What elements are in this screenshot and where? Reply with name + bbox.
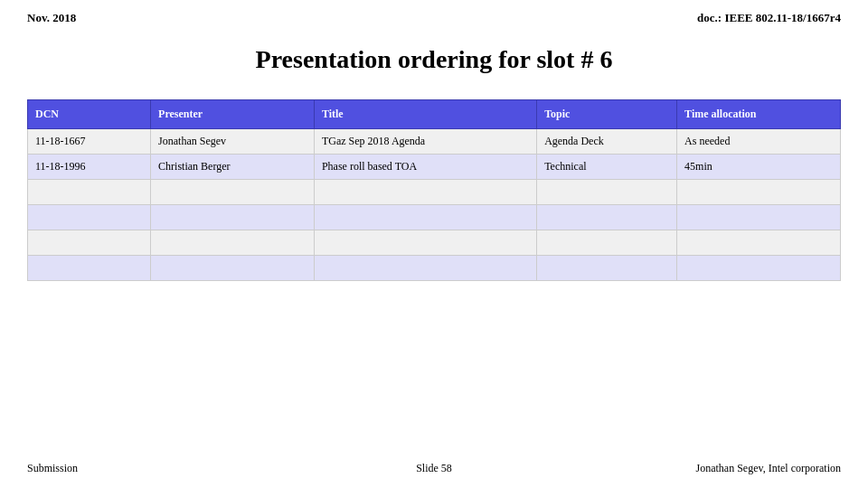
table-cell: Phase roll based TOA <box>314 155 536 180</box>
table-row: 11-18-1996Christian BergerPhase roll bas… <box>28 155 841 180</box>
table-cell <box>677 256 841 281</box>
table-cell <box>314 230 536 256</box>
table-row <box>28 256 841 281</box>
table-cell <box>28 205 151 230</box>
page-title: Presentation ordering for slot # 6 <box>0 45 868 74</box>
table-header-cell: Time allocation <box>677 100 841 129</box>
table-header-cell: Topic <box>537 100 677 129</box>
table-cell <box>28 256 151 281</box>
table-cell: 11-18-1667 <box>28 129 151 155</box>
table-cell <box>151 230 315 256</box>
table-row <box>28 205 841 230</box>
footer-center: Slide 58 <box>416 462 452 475</box>
table-cell <box>537 256 677 281</box>
table-cell <box>28 180 151 205</box>
table-cell <box>151 256 315 281</box>
table-header-cell: Title <box>314 100 536 129</box>
table-row: 11-18-1667Jonathan SegevTGaz Sep 2018 Ag… <box>28 129 841 155</box>
table-cell: Christian Berger <box>151 155 315 180</box>
table-header-cell: DCN <box>28 100 151 129</box>
table-cell <box>314 205 536 230</box>
table-cell <box>537 205 677 230</box>
table-header-cell: Presenter <box>151 100 315 129</box>
table-cell: Technical <box>537 155 677 180</box>
table-cell <box>151 180 315 205</box>
table-cell: 11-18-1996 <box>28 155 151 180</box>
table-cell <box>314 256 536 281</box>
table-cell: TGaz Sep 2018 Agenda <box>314 129 536 155</box>
footer-left: Submission <box>27 462 78 475</box>
table-row <box>28 180 841 205</box>
presentation-table: DCNPresenterTitleTopicTime allocation 11… <box>27 99 841 281</box>
table-cell <box>314 180 536 205</box>
footer-right: Jonathan Segev, Intel corporation <box>695 462 841 475</box>
table-cell <box>677 230 841 256</box>
main-table-wrapper: DCNPresenterTitleTopicTime allocation 11… <box>27 99 841 281</box>
table-cell <box>537 180 677 205</box>
table-header-row: DCNPresenterTitleTopicTime allocation <box>28 100 841 129</box>
table-cell <box>677 205 841 230</box>
table-cell <box>28 230 151 256</box>
table-row <box>28 230 841 256</box>
table-cell <box>677 180 841 205</box>
table-cell: 45min <box>677 155 841 180</box>
header-date: Nov. 2018 <box>27 11 76 25</box>
table-cell <box>537 230 677 256</box>
header-doc: doc.: IEEE 802.11-18/1667r4 <box>697 11 841 25</box>
table-cell <box>151 205 315 230</box>
table-cell: Jonathan Segev <box>151 129 315 155</box>
table-cell: Agenda Deck <box>537 129 677 155</box>
table-cell: As needed <box>677 129 841 155</box>
